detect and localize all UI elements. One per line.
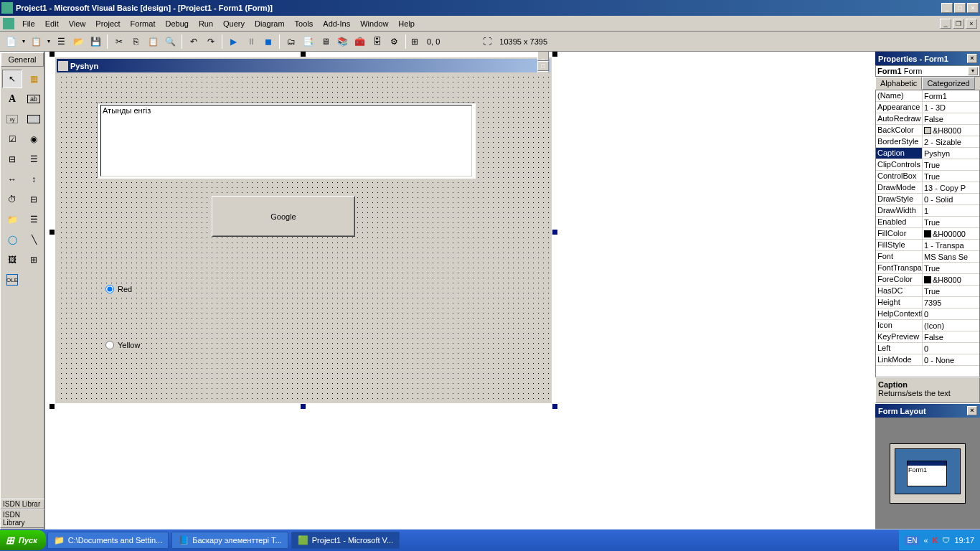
minimize-button[interactable]: _ [941,3,953,13]
menu-tools[interactable]: Tools [290,18,319,29]
property-row[interactable]: KeyPreviewFalse [876,331,979,343]
form-designer-area[interactable]: Pyshyn _ □ × Атынды енгіз Google [44,52,875,529]
resize-handle-se[interactable] [552,404,557,409]
resize-handle-ne[interactable] [552,52,557,57]
property-row[interactable]: DrawMode13 - Copy P [876,182,979,194]
project-explorer-button[interactable]: 🗂 [283,34,299,50]
tool-shape[interactable]: ◯ [2,230,22,249]
start-button[interactable]: ⊞ Пуск [0,530,46,550]
property-value[interactable]: True [923,171,979,182]
component-manager-button[interactable]: ⚙ [386,34,402,50]
menu-diagram[interactable]: Diagram [250,18,290,29]
menu-addins[interactable]: Add-Ins [318,18,355,29]
tool-listbox[interactable]: ☰ [24,150,44,169]
resize-handle-e[interactable] [552,230,557,235]
property-value[interactable]: Pyshyn [923,148,979,159]
combo-dropdown-arrow[interactable]: ▾ [968,67,978,75]
property-row[interactable]: EnabledTrue [876,217,979,228]
property-value[interactable]: 2 - Sizable [923,136,979,147]
tab-alphabetic[interactable]: Alphabetic [875,77,922,90]
tool-label[interactable]: A [2,90,22,108]
save-button[interactable]: 💾 [88,34,104,50]
tool-line[interactable]: ╲ [24,230,44,249]
property-value[interactable]: &H8000 [923,125,979,136]
form-maximize-button[interactable]: □ [537,61,549,71]
properties-close-button[interactable]: × [967,54,977,63]
form-minimize-button[interactable]: _ [537,52,549,61]
tab-isdn-a[interactable]: ISDN Librar [0,499,44,509]
toolbox-button[interactable]: 🧰 [352,34,368,50]
object-browser-button[interactable]: 📚 [334,34,351,50]
tool-frame[interactable]: xy [2,110,22,128]
property-row[interactable]: FontTransparTrue [876,263,979,274]
tool-textbox[interactable]: ab [24,90,44,108]
property-row[interactable]: Appearance1 - 3D [876,102,979,113]
properties-window-button[interactable]: 📑 [300,34,316,50]
language-indicator[interactable]: EN [905,536,919,545]
cut-button[interactable]: ✂ [110,34,127,50]
new-project-dropdown[interactable]: ▾ [20,34,27,50]
mini-form-preview[interactable]: Form1 [907,461,947,486]
property-value[interactable]: False [923,113,979,124]
radio-red-input[interactable] [105,285,114,293]
form-layout-close-button[interactable]: × [967,406,977,415]
tray-shield-icon[interactable]: 🛡 [942,536,950,545]
tool-checkbox[interactable]: ☑ [2,130,22,149]
resize-handle-nw[interactable] [50,52,55,57]
property-row[interactable]: LinkMode0 - None [876,354,979,366]
tray-kaspersky-icon[interactable]: K [933,536,938,545]
property-row[interactable]: AutoRedrawFalse [876,113,979,125]
property-value[interactable]: 1 - Transpa [923,240,979,250]
property-value[interactable]: True [923,159,979,170]
property-value[interactable]: Form1 [923,90,979,101]
clock[interactable]: 19:17 [954,536,974,545]
property-value[interactable]: 0 [923,343,979,354]
form-client-area[interactable]: Атынды енгіз Google Red Yellow [57,72,550,402]
property-row[interactable]: DrawWidth1 [876,205,979,217]
tool-optionbutton[interactable]: ◉ [24,130,44,149]
menu-project[interactable]: Project [90,18,125,29]
tab-categorized[interactable]: Categorized [922,77,974,90]
designed-radio-yellow[interactable]: Yellow [105,341,140,349]
tool-pointer[interactable]: ↖ [2,70,22,88]
paste-button[interactable]: 📋 [145,34,161,50]
menu-edit[interactable]: Edit [40,18,64,29]
property-row[interactable]: BorderStyle2 - Sizable [876,136,979,148]
property-row[interactable]: ControlBoxTrue [876,171,979,182]
tool-data[interactable]: ⊞ [24,250,44,269]
tab-isdn-b[interactable]: ISDN Library [0,509,44,528]
tool-timer[interactable]: ⏱ [2,190,22,209]
property-row[interactable]: DrawStyle0 - Solid [876,194,979,205]
property-value[interactable]: 13 - Copy P [923,182,979,193]
menu-window[interactable]: Window [355,18,393,29]
tool-hscrollbar[interactable]: ↔ [2,170,22,189]
add-form-button[interactable]: 📋 [28,34,44,50]
tool-drivelistbox[interactable]: ⊟ [24,190,44,209]
taskbar-item-vb[interactable]: 🟩 Project1 - Microsoft V... [291,532,400,549]
form-layout-button[interactable]: 🖥 [317,34,334,50]
add-form-dropdown[interactable]: ▾ [45,34,52,50]
mdi-restore-button[interactable]: ❐ [953,19,964,29]
property-row[interactable]: Icon(Icon) [876,320,979,331]
resize-handle-sw[interactable] [50,404,55,409]
taskbar-item-word[interactable]: 📘 Баскару элементтері Т... [171,532,288,549]
property-row[interactable]: FillColor&H00000 [876,228,979,240]
tool-vscrollbar[interactable]: ↕ [24,170,44,189]
property-value[interactable]: 1 [923,205,979,216]
close-button[interactable]: × [967,3,979,13]
property-value[interactable]: 1 - 3D [923,102,979,113]
redo-button[interactable]: ↷ [202,34,219,50]
property-row[interactable]: BackColor&H8000 [876,125,979,136]
menu-debug[interactable]: Debug [160,18,193,29]
break-button[interactable]: ⏸ [242,34,259,50]
tool-dirlistbox[interactable]: 📁 [2,210,22,229]
tool-commandbutton[interactable] [24,110,44,128]
property-row[interactable]: HelpContextI0 [876,309,979,320]
menu-run[interactable]: Run [194,18,218,29]
menu-editor-button[interactable]: ☰ [53,34,70,50]
property-value[interactable]: &H8000 [923,274,979,285]
property-value[interactable]: 0 - None [923,354,979,365]
resize-handle-n[interactable] [301,52,306,57]
radio-yellow-input[interactable] [105,341,114,349]
designed-form[interactable]: Pyshyn _ □ × Атынды енгіз Google [55,57,552,403]
